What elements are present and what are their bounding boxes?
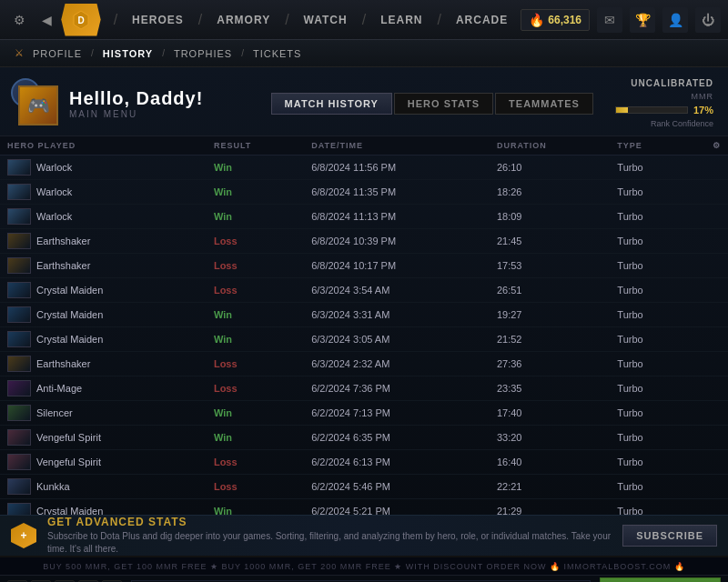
match-date: 6/8/2024 10:39 PM — [304, 229, 490, 254]
profile-icon[interactable]: 👤 — [662, 7, 688, 33]
col-duration: DURATION — [490, 136, 610, 156]
nav-item-armory[interactable]: ARMORY — [207, 10, 279, 30]
avatar-container: ★ 🎮 — [15, 82, 58, 125]
result-badge: Win — [214, 162, 232, 173]
nav-item-watch[interactable]: WATCH — [295, 10, 357, 30]
table-row[interactable]: Warlock Win 6/8/2024 11:35 PM 18:26 Turb… — [0, 180, 728, 205]
trophy-icon[interactable]: 🏆 — [630, 7, 655, 33]
dota-logo[interactable]: D — [61, 4, 100, 36]
back-icon[interactable]: ◀ — [36, 9, 58, 31]
mmr-bar-fill — [616, 107, 628, 113]
table-row[interactable]: Earthshaker Loss 6/3/2024 2:32 AM 27:36 … — [0, 352, 728, 376]
match-duration: 33:20 — [490, 426, 610, 450]
promo-bar: BUY 500 MMR, GET 100 MMR FREE ★ BUY 1000… — [0, 557, 728, 575]
hero-name: Warlock — [36, 162, 72, 173]
match-type: Turbo — [610, 278, 685, 303]
subnav-trophies[interactable]: TROPHIES — [170, 46, 236, 61]
match-type: Turbo — [610, 327, 685, 352]
table-row[interactable]: Warlock Win 6/8/2024 11:13 PM 18:09 Turb… — [0, 205, 728, 229]
table-row[interactable]: Earthshaker Loss 6/8/2024 10:17 PM 17:53… — [0, 254, 728, 278]
nav-item-arcade[interactable]: ARCADE — [447, 10, 517, 30]
match-type: Turbo — [610, 254, 685, 278]
flame-icon: 🔥 — [529, 13, 544, 27]
result-badge: Win — [214, 506, 232, 515]
bottom-bar: 🛒 👥 👤 ⚙ 👥 💬 👤 ? PLAY DOTA — [0, 575, 728, 582]
match-duration: 23:35 — [490, 376, 610, 401]
table-row[interactable]: Crystal Maiden Win 6/2/2024 5:21 PM 21:2… — [0, 499, 728, 516]
table-header-row: HERO PLAYED RESULT DATE/TIME DURATION TY… — [0, 136, 728, 156]
hero-name: Kunkka — [36, 481, 70, 492]
match-duration: 17:53 — [490, 254, 610, 278]
tab-teammates[interactable]: TEAMMATES — [495, 93, 593, 115]
mail-icon[interactable]: ✉ — [597, 7, 622, 33]
table-row[interactable]: Crystal Maiden Win 6/3/2024 3:31 AM 19:2… — [0, 303, 728, 327]
settings-icon[interactable]: ⚙ — [7, 7, 33, 33]
match-date: 6/3/2024 3:05 AM — [304, 327, 490, 352]
table-row[interactable]: Anti-Mage Loss 6/2/2024 7:36 PM 23:35 Tu… — [0, 376, 728, 401]
result-badge: Win — [214, 309, 232, 320]
hero-name: Silencer — [36, 407, 73, 418]
col-result: RESULT — [207, 136, 304, 156]
result-badge: Loss — [214, 285, 238, 296]
profile-subtitle: MAIN MENU — [69, 109, 260, 119]
table-row[interactable]: Earthshaker Loss 6/8/2024 10:39 PM 21:45… — [0, 229, 728, 254]
result-badge: Win — [214, 186, 232, 197]
table-row[interactable]: Vengeful Spirit Win 6/2/2024 6:35 PM 33:… — [0, 426, 728, 450]
main-content: ★ 🎮 Helllo, Daddy! MAIN MENU MATCH HISTO… — [0, 67, 728, 515]
col-settings[interactable]: ⚙ — [685, 136, 728, 156]
table-row[interactable]: Silencer Win 6/2/2024 7:13 PM 17:40 Turb… — [0, 401, 728, 426]
nav-item-heroes[interactable]: HEROES — [123, 10, 193, 30]
match-date: 6/3/2024 3:54 AM — [304, 278, 490, 303]
match-date: 6/2/2024 7:13 PM — [304, 401, 490, 426]
table-row[interactable]: Vengeful Spirit Loss 6/2/2024 6:13 PM 16… — [0, 450, 728, 475]
mmr-section: UNCALIBRATED MMR 17% Rank Confidence — [615, 78, 713, 128]
subnav-profile[interactable]: PROFILE — [29, 46, 86, 61]
col-hero: HERO PLAYED — [0, 136, 207, 156]
mmr-uncalibrated-label: UNCALIBRATED — [631, 78, 713, 88]
match-duration: 21:52 — [490, 327, 610, 352]
match-duration: 18:09 — [490, 205, 610, 229]
match-date: 6/2/2024 7:36 PM — [304, 376, 490, 401]
mmr-display: 🔥 66,316 — [521, 9, 590, 31]
table-row[interactable]: Kunkka Loss 6/2/2024 5:46 PM 22:21 Turbo — [0, 475, 728, 499]
result-badge: Loss — [214, 358, 238, 369]
hero-name: Anti-Mage — [36, 383, 82, 394]
result-badge: Win — [214, 334, 232, 345]
tab-match-history[interactable]: MATCH HISTORY — [271, 93, 392, 115]
match-date: 6/8/2024 11:56 PM — [304, 156, 490, 180]
table-row[interactable]: Crystal Maiden Loss 6/3/2024 3:54 AM 26:… — [0, 278, 728, 303]
subnav-tickets[interactable]: TICKETS — [249, 46, 305, 61]
power-icon[interactable]: ⏻ — [695, 7, 721, 33]
hero-name: Crystal Maiden — [36, 334, 103, 345]
avatar: 🎮 — [18, 85, 58, 125]
nav-item-learn[interactable]: LEARN — [371, 10, 431, 30]
play-dota-button[interactable]: PLAY DOTA — [600, 577, 721, 583]
match-duration: 18:26 — [490, 180, 610, 205]
match-history-table: HERO PLAYED RESULT DATE/TIME DURATION TY… — [0, 136, 728, 515]
nav-divider-5: / — [438, 12, 441, 28]
nav-right-section: 🔥 66,316 ✉ 🏆 👤 ⏻ — [521, 7, 721, 33]
nav-divider-4: / — [362, 12, 366, 28]
top-navigation: ⚙ ◀ D / HEROES / ARMORY / WATCH / LEARN … — [0, 0, 728, 40]
hero-name: Earthshaker — [36, 358, 90, 369]
profile-info: Helllo, Daddy! MAIN MENU — [69, 88, 260, 119]
match-date: 6/2/2024 5:21 PM — [304, 499, 490, 516]
tab-hero-stats[interactable]: HERO STATS — [394, 93, 493, 115]
mmr-value: 66,316 — [548, 14, 581, 26]
match-table-container[interactable]: HERO PLAYED RESULT DATE/TIME DURATION TY… — [0, 136, 728, 515]
result-badge: Win — [214, 407, 232, 418]
table-row[interactable]: Warlock Win 6/8/2024 11:56 PM 26:10 Turb… — [0, 156, 728, 180]
match-type: Turbo — [610, 156, 685, 180]
table-row[interactable]: Crystal Maiden Win 6/3/2024 3:05 AM 21:5… — [0, 327, 728, 352]
nav-divider-1: / — [114, 12, 117, 28]
match-duration: 21:29 — [490, 499, 610, 516]
match-date: 6/2/2024 6:35 PM — [304, 426, 490, 450]
subnav-history[interactable]: HISTORY — [99, 46, 157, 61]
match-type: Turbo — [610, 229, 685, 254]
col-datetime: DATE/TIME — [304, 136, 490, 156]
result-badge: Loss — [214, 260, 238, 271]
profile-name: Helllo, Daddy! — [69, 88, 260, 109]
subnav-shield-icon: ⚔ — [15, 47, 24, 59]
match-type: Turbo — [610, 205, 685, 229]
subscribe-button[interactable]: SUBSCRIBE — [622, 525, 717, 547]
